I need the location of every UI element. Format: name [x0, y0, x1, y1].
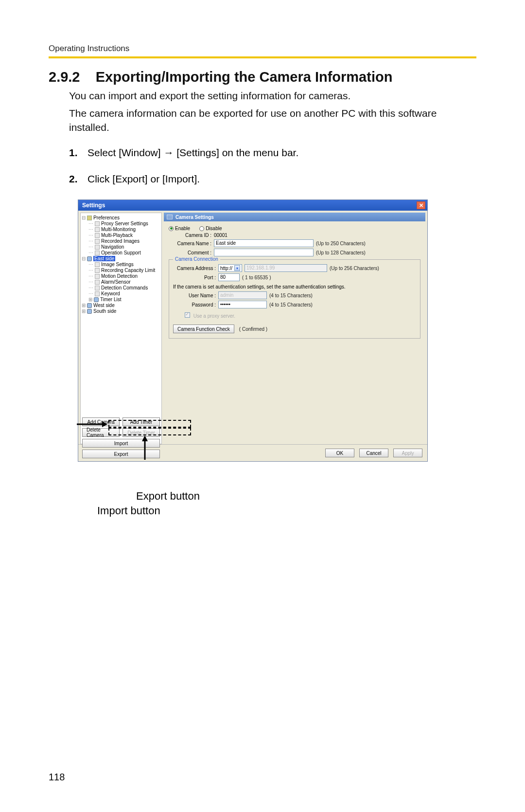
comment-hint: (Up to 128 Characters)	[316, 250, 366, 255]
step-1: 1. Select [Window] → [Settings] on the m…	[69, 147, 476, 159]
settings-dialog: Settings ✕ ⊟Preferences ⋯Proxy Server Se…	[78, 199, 428, 462]
camera-settings-panel: Camera Settings Enable Disable Camera ID…	[164, 213, 425, 444]
dialog-title: Settings	[82, 202, 105, 209]
tree-alarm-sensor[interactable]: Alarm/Sensor	[101, 279, 131, 285]
close-icon[interactable]: ✕	[417, 201, 425, 209]
username-label: User Name :	[173, 293, 216, 298]
camera-name-label: Camera Name :	[169, 241, 211, 246]
password-hint: (4 to 15 Characters)	[269, 302, 313, 307]
chevron-down-icon	[234, 265, 240, 271]
doc-icon	[95, 291, 100, 296]
tree-east-side[interactable]: East side	[93, 256, 115, 261]
doc-icon	[95, 239, 100, 244]
tree-recorded-images[interactable]: Recorded Images	[101, 238, 140, 244]
proxy-checkbox[interactable]	[185, 312, 190, 318]
tree-navigation[interactable]: Navigation	[101, 244, 124, 250]
proxy-checkbox-row: Use a proxy server.	[185, 312, 416, 319]
enable-radio[interactable]: Enable	[169, 226, 190, 231]
group-legend: Camera Connection	[173, 256, 220, 262]
svg-marker-3	[142, 435, 148, 441]
tree-west-side[interactable]: West side	[93, 303, 115, 308]
password-label: Password :	[173, 302, 216, 307]
wrench-icon	[87, 216, 92, 220]
add-timer-button[interactable]: Add Timer	[122, 417, 160, 426]
address-hint: (Up to 256 Characters)	[330, 266, 379, 271]
export-callout-label: Export button	[136, 490, 476, 503]
tree-recording-capacity[interactable]: Recording Capacity Limit	[101, 268, 155, 273]
step-2-number: 2.	[69, 173, 82, 185]
intro-paragraph-1: You can import and export the setting in…	[69, 89, 476, 103]
tree-motion-detection[interactable]: Motion Detection	[101, 273, 138, 279]
comment-input[interactable]	[214, 249, 314, 256]
port-input[interactable]: 80	[218, 273, 240, 281]
step-1-text-a: Select [Window]	[88, 147, 161, 158]
doc-icon	[95, 262, 100, 267]
tree-operation-support[interactable]: Operation Support	[101, 250, 141, 255]
enable-label: Enable	[175, 226, 190, 231]
import-callout-label: Import button	[97, 505, 476, 517]
tree-multi-monitoring[interactable]: Multi-Monitoring	[101, 227, 136, 232]
intro-paragraph-2: The camera information can be exported f…	[69, 107, 476, 134]
step-2-text: Click [Export] or [Import].	[88, 173, 200, 185]
port-hint: ( 1 to 65535 )	[242, 275, 271, 280]
address-label: Camera Address :	[173, 266, 216, 271]
doc-icon	[95, 274, 100, 279]
panel-header: Camera Settings	[164, 213, 425, 221]
section-number: 2.9.2	[49, 69, 80, 85]
camera-icon	[87, 256, 92, 261]
proxy-label: Use a proxy server.	[193, 313, 235, 319]
section-title-text: Exporting/Importing the Camera Informati…	[96, 69, 393, 85]
username-input[interactable]: admin	[218, 291, 267, 299]
doc-icon	[95, 286, 100, 290]
step-1-text: Select [Window] → [Settings] on the menu…	[88, 147, 298, 159]
tree-multi-playback[interactable]: Multi-Playback	[101, 233, 133, 238]
apply-button[interactable]: Apply	[393, 449, 422, 457]
port-label: Port :	[173, 275, 216, 280]
arrow-right-icon: →	[163, 147, 174, 159]
tree-keyword[interactable]: Keyword	[101, 291, 120, 296]
doc-icon	[95, 227, 100, 232]
function-check-status: ( Confirmed )	[239, 326, 267, 332]
camera-name-hint: (Up to 250 Characters)	[316, 241, 366, 246]
header-rule	[49, 56, 476, 58]
camera-name-input[interactable]: East side	[214, 239, 314, 247]
page-number: 118	[49, 772, 65, 783]
password-input[interactable]: ••••••	[218, 301, 267, 308]
camera-id-value: 00001	[214, 233, 228, 238]
camera-connection-group: Camera Connection Camera Address : http:…	[169, 259, 420, 339]
doc-icon	[95, 268, 100, 273]
delete-camera-button[interactable]: Delete Camera	[82, 428, 120, 437]
export-arrow-icon	[140, 435, 150, 460]
tree-detection-commands[interactable]: Detection Commands	[101, 285, 148, 290]
camera-icon	[167, 215, 173, 219]
auth-note: If the camera is set authentication sett…	[173, 284, 416, 289]
doc-icon	[95, 280, 100, 285]
disable-radio[interactable]: Disable	[199, 226, 222, 231]
doc-icon	[95, 221, 100, 226]
camera-icon	[87, 303, 92, 308]
panel-title: Camera Settings	[175, 215, 214, 220]
import-arrow-icon	[77, 419, 108, 429]
tree-proxy[interactable]: Proxy Server Settings	[101, 221, 148, 226]
scheme-value: http://	[220, 266, 232, 271]
step-1-number: 1.	[69, 147, 82, 159]
tree-south-side[interactable]: South side	[93, 308, 116, 314]
username-hint: (4 to 15 Characters)	[269, 293, 313, 298]
section-heading: 2.9.2 Exporting/Importing the Camera Inf…	[49, 69, 476, 85]
camera-icon	[87, 309, 92, 314]
tree-image-settings[interactable]: Image Settings	[101, 262, 134, 267]
dialog-titlebar: Settings ✕	[78, 200, 427, 211]
doc-icon	[95, 251, 100, 255]
camera-function-check-button[interactable]: Camera Function Check	[173, 325, 234, 333]
cancel-button[interactable]: Cancel	[359, 449, 388, 457]
tree-timer-list[interactable]: Timer List	[100, 297, 122, 302]
step-2: 2. Click [Export] or [Import].	[69, 173, 476, 185]
address-input[interactable]: 192.168.1.99	[245, 264, 327, 272]
comment-label: Comment :	[169, 250, 211, 255]
doc-icon	[95, 233, 100, 238]
scheme-select[interactable]: http://	[218, 264, 242, 272]
settings-tree[interactable]: ⊟Preferences ⋯Proxy Server Settings ⋯Mul…	[80, 213, 162, 444]
ok-button[interactable]: OK	[325, 449, 354, 457]
doc-icon	[95, 245, 100, 250]
tree-preferences[interactable]: Preferences	[93, 215, 120, 220]
